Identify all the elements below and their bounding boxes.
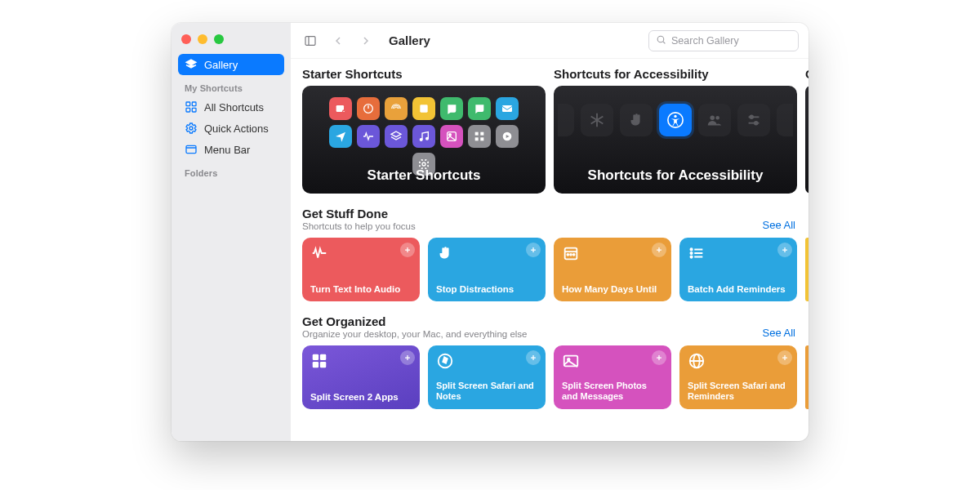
svg-rect-54 <box>320 354 326 360</box>
card-row: Split Screen 2 AppsSplit Screen Safari a… <box>302 345 808 409</box>
svg-point-4 <box>189 127 193 130</box>
hero-icon-grid <box>328 97 519 176</box>
card-label: Batch Add Reminders <box>688 283 789 295</box>
add-shortcut-button[interactable] <box>652 243 666 257</box>
chip-icon <box>440 125 463 148</box>
svg-rect-3 <box>192 108 196 112</box>
svg-rect-0 <box>186 102 190 106</box>
svg-point-25 <box>422 163 425 166</box>
card-icon <box>310 352 328 370</box>
add-shortcut-button[interactable] <box>400 350 415 365</box>
shortcut-card[interactable]: Split Screen Safari and Notes <box>428 345 546 409</box>
shortcut-card[interactable]: Split Screen 2 Apps <box>302 345 420 409</box>
svg-point-33 <box>755 122 758 125</box>
chip-icon <box>329 97 352 120</box>
shortcut-card[interactable]: How Many Days Until <box>554 238 671 301</box>
svg-rect-62 <box>564 356 578 367</box>
minimize-window-button[interactable] <box>198 34 207 44</box>
svg-point-29 <box>715 116 719 120</box>
chip-icon <box>468 125 491 148</box>
sidebar-item-all-shortcuts[interactable]: All Shortcuts <box>178 96 284 118</box>
svg-point-46 <box>690 252 692 254</box>
svg-point-19 <box>449 134 452 136</box>
chip-icon <box>357 125 380 148</box>
toggle-sidebar-button[interactable] <box>301 31 320 51</box>
close-window-button[interactable] <box>181 34 191 44</box>
shortcut-card-partial[interactable] <box>805 345 808 409</box>
shortcut-card-partial[interactable] <box>805 238 808 301</box>
card-icon <box>310 244 328 262</box>
sidebar-item-label: All Shortcuts <box>204 101 264 114</box>
zoom-window-button[interactable] <box>214 34 224 44</box>
add-shortcut-button[interactable] <box>652 350 666 365</box>
card-label: Stop Distractions <box>436 283 537 295</box>
svg-point-27 <box>674 115 676 118</box>
shortcut-card[interactable]: Stop Distractions <box>428 238 546 301</box>
svg-point-17 <box>426 137 429 140</box>
section-get-organized: Get Organized Organize your desktop, you… <box>302 314 808 409</box>
section-get-stuff-done: Get Stuff Done Shortcuts to help you foc… <box>302 207 808 301</box>
hero-card-partial[interactable] <box>805 86 808 194</box>
add-shortcut-button[interactable] <box>777 350 792 365</box>
sidebar-item-label: Quick Actions <box>204 122 269 135</box>
card-label: Turn Text Into Audio <box>310 283 412 295</box>
see-all-link[interactable]: See All <box>763 327 795 339</box>
svg-point-28 <box>710 116 715 121</box>
section-title: Get Stuff Done <box>302 207 416 220</box>
sidebar-item-gallery[interactable]: Gallery <box>178 54 284 75</box>
svg-point-45 <box>690 248 692 250</box>
svg-point-9 <box>657 36 664 42</box>
card-icon <box>436 352 454 370</box>
see-all-link[interactable]: See All <box>763 219 795 231</box>
traffic-lights <box>178 31 284 54</box>
chip-icon <box>412 97 435 120</box>
hero-title: Shortcuts for Accessibility <box>554 167 797 184</box>
svg-point-12 <box>342 109 345 113</box>
card-label: Split Screen Safari and Notes <box>436 381 537 403</box>
svg-rect-53 <box>313 354 318 360</box>
hero-card-accessibility[interactable]: Shortcuts for Accessibility <box>554 86 797 194</box>
chip-icon <box>412 125 435 148</box>
gear-icon <box>185 122 198 135</box>
shortcut-card[interactable]: Turn Text Into Audio <box>302 238 420 301</box>
svg-rect-1 <box>192 102 196 106</box>
content-scroll[interactable]: Starter Shortcuts <box>291 59 808 441</box>
chip-icon <box>496 97 519 120</box>
section-subtitle: Shortcuts to help you focus <box>302 221 416 231</box>
add-shortcut-button[interactable] <box>777 243 792 257</box>
svg-point-40 <box>567 254 568 256</box>
grid-icon <box>185 100 198 114</box>
search-icon <box>656 33 666 48</box>
add-shortcut-button[interactable] <box>400 243 415 257</box>
svg-rect-15 <box>502 105 512 112</box>
shortcut-card[interactable]: Split Screen Safari and Reminders <box>679 345 797 409</box>
nav-forward-button[interactable] <box>356 31 376 51</box>
app-window: Gallery My Shortcuts All Shortcuts Quick… <box>172 23 808 441</box>
svg-point-47 <box>690 256 692 257</box>
chip-icon <box>385 97 408 120</box>
search-field[interactable] <box>648 30 799 51</box>
add-shortcut-button[interactable] <box>526 243 541 257</box>
people-icon <box>698 104 731 136</box>
main-area: Gallery Starter Shortcuts <box>291 23 808 441</box>
sidebar-item-label: Gallery <box>204 59 238 71</box>
sidebar-item-menu-bar[interactable]: Menu Bar <box>178 139 284 160</box>
chip-icon <box>440 97 463 120</box>
shortcut-card[interactable]: Batch Add Reminders <box>679 238 797 301</box>
svg-point-16 <box>420 139 422 141</box>
svg-rect-22 <box>475 137 479 140</box>
shortcut-card[interactable]: Split Screen Photos and Messages <box>554 345 671 409</box>
add-shortcut-button[interactable] <box>526 350 541 365</box>
search-input[interactable] <box>671 35 791 47</box>
sidebar-item-quick-actions[interactable]: Quick Actions <box>178 118 284 139</box>
nav-back-button[interactable] <box>328 31 348 51</box>
hero-card-starter[interactable]: Starter Shortcuts <box>302 86 546 194</box>
sidebar: Gallery My Shortcuts All Shortcuts Quick… <box>172 23 291 441</box>
svg-rect-56 <box>320 362 326 368</box>
svg-point-42 <box>573 254 575 256</box>
accessibility-icon <box>659 104 692 136</box>
card-icon <box>688 352 706 370</box>
chip-icon <box>329 125 352 148</box>
hand-icon <box>620 104 653 136</box>
hero-head: Shortcuts for Accessibility <box>554 67 797 81</box>
